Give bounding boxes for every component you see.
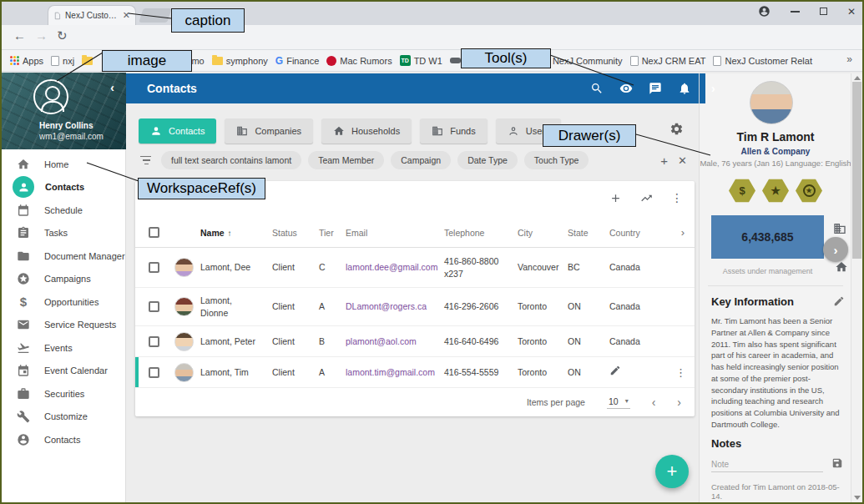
table-row[interactable]: Lamont, Dee Client C lamont.dee@gmail.co… (135, 248, 695, 288)
profile-icon[interactable] (758, 5, 771, 18)
column-header-telephone[interactable]: Telephone (444, 228, 518, 238)
clear-filters-icon[interactable]: ✕ (678, 154, 687, 167)
add-contact-fab[interactable]: + (655, 455, 689, 488)
more-columns-icon[interactable]: › (658, 226, 695, 239)
column-header-tier[interactable]: Tier (319, 228, 346, 238)
sidebar-item-service-requests[interactable]: Service Requests (2, 314, 126, 337)
bookmark-nxj[interactable]: nxj (51, 56, 74, 66)
filter-chip-campaign[interactable]: Campaign (391, 151, 451, 169)
cell-email[interactable]: DLamont@rogers.ca (346, 300, 444, 312)
sidebar-item-events[interactable]: Events (2, 336, 126, 360)
sidebar-item-tasks[interactable]: Tasks (2, 222, 126, 245)
settings-gear-icon[interactable] (669, 122, 684, 139)
cell-name[interactable]: Lamont, Dee (200, 261, 272, 273)
bookmark-mac-rumors[interactable]: Mac Rumors (326, 56, 392, 66)
bookmark-nexj-customer-rel[interactable]: NexJ Customer Relat (713, 56, 812, 66)
cell-email[interactable]: plamont@aol.com (346, 335, 444, 347)
next-page-icon[interactable]: › (677, 396, 681, 409)
browser-tab[interactable]: NexJ Customer Relations ✕ (48, 5, 136, 25)
cell-name[interactable]: Lamont, Tim (200, 366, 272, 378)
assets-metric-tile[interactable]: 6,438,685 (711, 215, 824, 259)
user-avatar[interactable] (33, 79, 68, 114)
sidebar-item-securities[interactable]: Securities (2, 382, 126, 406)
prev-page-icon[interactable]: ‹ (652, 396, 656, 409)
trending-chart-icon[interactable] (640, 192, 653, 204)
note-input[interactable] (711, 457, 823, 472)
column-header-state[interactable]: State (568, 228, 609, 238)
bookmark-symphony[interactable]: symphony (212, 56, 268, 66)
contact-company[interactable]: Allen & Company (700, 147, 851, 156)
table-row[interactable]: Lamont, Dionne Client A DLamont@rogers.c… (135, 288, 695, 326)
bookmarks-overflow-icon[interactable]: » (846, 53, 852, 65)
row-checkbox[interactable] (149, 262, 159, 273)
bookmark-folder[interactable] (82, 57, 93, 65)
add-icon[interactable] (609, 192, 622, 204)
new-tab-button[interactable] (139, 8, 172, 23)
forward-icon[interactable]: → (35, 28, 48, 43)
column-header-email[interactable]: Email (346, 228, 444, 238)
bookmark-td-w1[interactable]: TDTD W1 (400, 55, 442, 66)
table-row-selected[interactable]: Lamont, Tim Client A lamont.tim@gmail.co… (135, 357, 695, 388)
column-header-country[interactable]: Country (609, 228, 658, 238)
maximize-icon[interactable] (820, 8, 827, 15)
filter-chip-search[interactable]: full text search contains lamont (161, 151, 301, 169)
cell-telephone[interactable]: 416-296-2606 (444, 300, 518, 312)
cell-telephone[interactable]: 416-554-5559 (444, 366, 518, 378)
sidebar-item-home[interactable]: Home (2, 153, 126, 176)
star-circle-badge-icon[interactable]: ★ (796, 179, 822, 203)
scrollbar-thumb[interactable] (852, 82, 861, 259)
sidebar-item-contacts-2[interactable]: Contacts (2, 428, 126, 451)
bookmark-nexj-community[interactable]: NexJ Community (553, 56, 623, 66)
company-strip-icon[interactable] (833, 222, 846, 239)
filter-chip-team-member[interactable]: Team Member (308, 151, 384, 169)
bookmark-key[interactable] (450, 58, 461, 63)
column-header-status[interactable]: Status (272, 228, 319, 238)
row-checkbox[interactable] (149, 367, 159, 378)
close-window-icon[interactable]: ✕ (847, 6, 856, 18)
row-more-icon[interactable]: ⋮ (658, 366, 695, 379)
sidebar-item-opportunities[interactable]: $ Opportunities (2, 290, 126, 314)
cell-telephone[interactable]: 416-640-6496 (444, 335, 518, 347)
row-checkbox[interactable] (149, 301, 159, 312)
bell-icon[interactable] (678, 82, 691, 95)
sidebar-item-document-manager[interactable]: Document Manager (2, 244, 126, 268)
scroll-up-icon[interactable] (854, 76, 861, 80)
scroll-down-icon[interactable] (854, 496, 861, 500)
cell-email[interactable]: lamont.tim@gmail.com (346, 366, 444, 378)
sidebar-item-customize[interactable]: Customize (2, 406, 126, 429)
edit-key-info-icon[interactable] (833, 295, 845, 310)
filter-chip-touch-type[interactable]: Touch Type (524, 151, 589, 169)
sidebar-item-contacts[interactable]: Contacts (2, 176, 126, 199)
bookmark-finance[interactable]: GFinance (275, 55, 319, 67)
tab-households[interactable]: Households (321, 118, 412, 144)
select-all-checkbox[interactable] (149, 227, 159, 238)
sidebar-item-schedule[interactable]: Schedule (2, 199, 126, 222)
tab-funds[interactable]: Funds (420, 118, 488, 144)
drawer-collapse-handle[interactable]: › (823, 237, 848, 262)
edit-row-icon[interactable] (609, 365, 658, 380)
eye-icon[interactable] (619, 82, 633, 95)
household-strip-icon[interactable] (835, 260, 848, 277)
tab-companies[interactable]: Companies (225, 118, 313, 144)
back-icon[interactable]: ← (13, 28, 26, 43)
row-checkbox[interactable] (149, 336, 159, 347)
drawer-scrollbar[interactable] (851, 73, 862, 502)
minimize-icon[interactable] (791, 11, 800, 13)
table-row[interactable]: Lamont, Peter Client B plamont@aol.com 4… (135, 326, 695, 357)
bookmark-apps[interactable]: Apps (10, 56, 43, 66)
sidebar-item-event-calendar[interactable]: Event Calendar (2, 360, 126, 383)
cell-name[interactable]: Lamont, Peter (200, 335, 272, 347)
add-filter-icon[interactable]: + (660, 154, 668, 168)
column-header-city[interactable]: City (518, 228, 568, 238)
dollar-badge-icon[interactable]: $ (729, 179, 755, 203)
expand-drawer-icon[interactable]: › (711, 82, 715, 95)
chat-icon[interactable] (649, 82, 662, 95)
cell-name[interactable]: Lamont, Dionne (200, 295, 247, 318)
collapse-sidebar-icon[interactable]: ‹ (110, 81, 114, 94)
filter-chip-date-type[interactable]: Date Type (457, 151, 518, 169)
sidebar-item-campaigns[interactable]: Campaigns (2, 268, 126, 291)
cell-email[interactable]: lamont.dee@gmail.com (346, 261, 444, 273)
cell-telephone[interactable]: 416-860-8800 x237 (444, 255, 504, 279)
save-note-icon[interactable] (831, 457, 843, 472)
more-options-icon[interactable]: ⋮ (671, 191, 683, 204)
